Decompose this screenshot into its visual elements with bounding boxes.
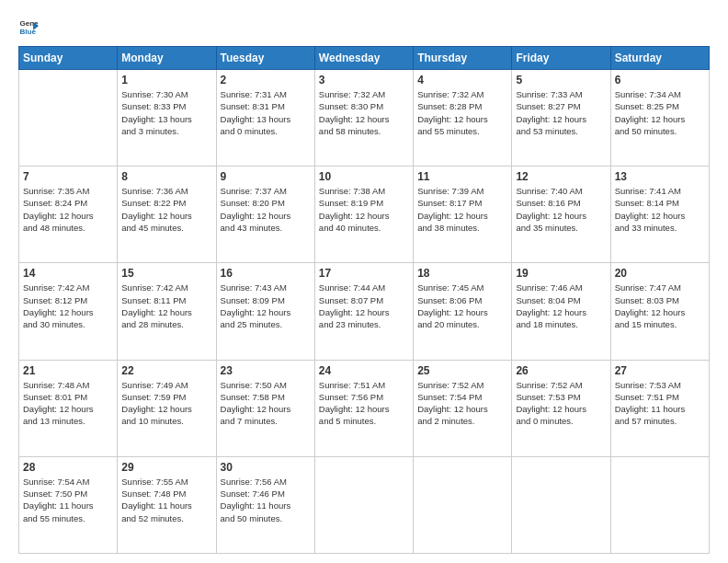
calendar-header-thursday: Thursday <box>414 47 512 70</box>
day-info: Sunrise: 7:32 AM Sunset: 8:28 PM Dayligh… <box>417 88 507 137</box>
day-info: Sunrise: 7:44 AM Sunset: 8:07 PM Dayligh… <box>319 282 409 330</box>
calendar-week-2: 7Sunrise: 7:35 AM Sunset: 8:24 PM Daylig… <box>19 167 710 263</box>
calendar-cell: 12Sunrise: 7:40 AM Sunset: 8:16 PM Dayli… <box>512 167 610 263</box>
day-number: 22 <box>121 364 211 377</box>
page-header: General Blue <box>18 17 710 37</box>
calendar-cell: 20Sunrise: 7:47 AM Sunset: 8:03 PM Dayli… <box>610 263 709 360</box>
day-number: 14 <box>23 267 113 280</box>
day-info: Sunrise: 7:45 AM Sunset: 8:06 PM Dayligh… <box>417 282 507 330</box>
day-number: 29 <box>121 461 211 474</box>
day-number: 5 <box>516 74 606 86</box>
day-info: Sunrise: 7:39 AM Sunset: 8:17 PM Dayligh… <box>417 185 507 234</box>
calendar-cell: 16Sunrise: 7:43 AM Sunset: 8:09 PM Dayli… <box>216 263 314 360</box>
day-info: Sunrise: 7:37 AM Sunset: 8:20 PM Dayligh… <box>221 185 311 234</box>
day-number: 10 <box>319 170 409 183</box>
calendar-cell <box>610 456 709 553</box>
day-info: Sunrise: 7:42 AM Sunset: 8:12 PM Dayligh… <box>23 282 113 330</box>
calendar-cell: 7Sunrise: 7:35 AM Sunset: 8:24 PM Daylig… <box>19 167 118 263</box>
day-number: 25 <box>417 364 507 377</box>
calendar-cell: 19Sunrise: 7:46 AM Sunset: 8:04 PM Dayli… <box>512 263 610 360</box>
day-number: 13 <box>615 170 705 183</box>
day-info: Sunrise: 7:40 AM Sunset: 8:16 PM Dayligh… <box>516 185 606 234</box>
day-info: Sunrise: 7:32 AM Sunset: 8:30 PM Dayligh… <box>319 88 409 137</box>
calendar-cell: 21Sunrise: 7:48 AM Sunset: 8:01 PM Dayli… <box>19 360 118 456</box>
calendar-cell: 10Sunrise: 7:38 AM Sunset: 8:19 PM Dayli… <box>314 167 413 263</box>
calendar-header-monday: Monday <box>118 47 216 70</box>
day-number: 1 <box>121 74 211 86</box>
generalblue-logo-icon: General Blue <box>18 17 39 37</box>
day-number: 12 <box>516 170 606 183</box>
day-info: Sunrise: 7:47 AM Sunset: 8:03 PM Dayligh… <box>615 282 705 330</box>
day-info: Sunrise: 7:51 AM Sunset: 7:56 PM Dayligh… <box>319 379 409 428</box>
day-info: Sunrise: 7:56 AM Sunset: 7:46 PM Dayligh… <box>221 476 311 524</box>
day-number: 26 <box>516 364 606 377</box>
calendar-cell: 4Sunrise: 7:32 AM Sunset: 8:28 PM Daylig… <box>414 70 512 167</box>
calendar-cell: 29Sunrise: 7:55 AM Sunset: 7:48 PM Dayli… <box>118 456 216 553</box>
day-number: 19 <box>516 267 606 280</box>
day-number: 4 <box>417 74 507 86</box>
calendar-table: SundayMondayTuesdayWednesdayThursdayFrid… <box>18 46 710 554</box>
day-number: 30 <box>221 461 311 474</box>
calendar-cell: 18Sunrise: 7:45 AM Sunset: 8:06 PM Dayli… <box>414 263 512 360</box>
calendar-week-5: 28Sunrise: 7:54 AM Sunset: 7:50 PM Dayli… <box>19 456 710 553</box>
calendar-cell: 25Sunrise: 7:52 AM Sunset: 7:54 PM Dayli… <box>414 360 512 456</box>
calendar-cell: 28Sunrise: 7:54 AM Sunset: 7:50 PM Dayli… <box>19 456 118 553</box>
day-number: 7 <box>23 170 113 183</box>
day-info: Sunrise: 7:53 AM Sunset: 7:51 PM Dayligh… <box>615 379 705 428</box>
day-number: 20 <box>615 267 705 280</box>
day-info: Sunrise: 7:41 AM Sunset: 8:14 PM Dayligh… <box>615 185 705 234</box>
calendar-header-tuesday: Tuesday <box>216 47 314 70</box>
calendar-header-saturday: Saturday <box>610 47 709 70</box>
day-number: 28 <box>23 461 113 474</box>
day-info: Sunrise: 7:35 AM Sunset: 8:24 PM Dayligh… <box>23 185 113 234</box>
calendar-cell: 9Sunrise: 7:37 AM Sunset: 8:20 PM Daylig… <box>216 167 314 263</box>
calendar-header-row: SundayMondayTuesdayWednesdayThursdayFrid… <box>19 47 710 70</box>
day-number: 11 <box>417 170 507 183</box>
day-number: 23 <box>221 364 311 377</box>
calendar-cell: 24Sunrise: 7:51 AM Sunset: 7:56 PM Dayli… <box>314 360 413 456</box>
day-info: Sunrise: 7:54 AM Sunset: 7:50 PM Dayligh… <box>23 476 113 524</box>
calendar-cell: 2Sunrise: 7:31 AM Sunset: 8:31 PM Daylig… <box>216 70 314 167</box>
calendar-cell: 8Sunrise: 7:36 AM Sunset: 8:22 PM Daylig… <box>118 167 216 263</box>
day-info: Sunrise: 7:55 AM Sunset: 7:48 PM Dayligh… <box>121 476 211 524</box>
day-number: 24 <box>319 364 409 377</box>
logo: General Blue <box>18 17 39 37</box>
day-info: Sunrise: 7:34 AM Sunset: 8:25 PM Dayligh… <box>615 88 705 137</box>
day-number: 6 <box>615 74 705 86</box>
calendar-cell <box>314 456 413 553</box>
day-info: Sunrise: 7:52 AM Sunset: 7:53 PM Dayligh… <box>516 379 606 428</box>
day-number: 9 <box>221 170 311 183</box>
calendar-cell: 3Sunrise: 7:32 AM Sunset: 8:30 PM Daylig… <box>314 70 413 167</box>
day-info: Sunrise: 7:49 AM Sunset: 7:59 PM Dayligh… <box>121 379 211 428</box>
day-info: Sunrise: 7:36 AM Sunset: 8:22 PM Dayligh… <box>121 185 211 234</box>
day-info: Sunrise: 7:48 AM Sunset: 8:01 PM Dayligh… <box>23 379 113 428</box>
calendar-cell <box>512 456 610 553</box>
calendar-cell: 15Sunrise: 7:42 AM Sunset: 8:11 PM Dayli… <box>118 263 216 360</box>
day-number: 15 <box>121 267 211 280</box>
day-info: Sunrise: 7:42 AM Sunset: 8:11 PM Dayligh… <box>121 282 211 330</box>
calendar-cell: 27Sunrise: 7:53 AM Sunset: 7:51 PM Dayli… <box>610 360 709 456</box>
calendar-cell: 13Sunrise: 7:41 AM Sunset: 8:14 PM Dayli… <box>610 167 709 263</box>
day-number: 8 <box>121 170 211 183</box>
calendar-cell: 22Sunrise: 7:49 AM Sunset: 7:59 PM Dayli… <box>118 360 216 456</box>
calendar-header-wednesday: Wednesday <box>314 47 413 70</box>
calendar-header-sunday: Sunday <box>19 47 118 70</box>
calendar-week-4: 21Sunrise: 7:48 AM Sunset: 8:01 PM Dayli… <box>19 360 710 456</box>
calendar-cell: 17Sunrise: 7:44 AM Sunset: 8:07 PM Dayli… <box>314 263 413 360</box>
calendar-cell: 6Sunrise: 7:34 AM Sunset: 8:25 PM Daylig… <box>610 70 709 167</box>
calendar-cell: 30Sunrise: 7:56 AM Sunset: 7:46 PM Dayli… <box>216 456 314 553</box>
day-info: Sunrise: 7:43 AM Sunset: 8:09 PM Dayligh… <box>221 282 311 330</box>
day-info: Sunrise: 7:38 AM Sunset: 8:19 PM Dayligh… <box>319 185 409 234</box>
calendar-week-3: 14Sunrise: 7:42 AM Sunset: 8:12 PM Dayli… <box>19 263 710 360</box>
day-number: 16 <box>221 267 311 280</box>
day-info: Sunrise: 7:30 AM Sunset: 8:33 PM Dayligh… <box>121 88 211 137</box>
day-info: Sunrise: 7:52 AM Sunset: 7:54 PM Dayligh… <box>417 379 507 428</box>
calendar-cell: 1Sunrise: 7:30 AM Sunset: 8:33 PM Daylig… <box>118 70 216 167</box>
day-number: 3 <box>319 74 409 86</box>
calendar-week-1: 1Sunrise: 7:30 AM Sunset: 8:33 PM Daylig… <box>19 70 710 167</box>
calendar-cell <box>19 70 118 167</box>
calendar-cell: 26Sunrise: 7:52 AM Sunset: 7:53 PM Dayli… <box>512 360 610 456</box>
day-info: Sunrise: 7:50 AM Sunset: 7:58 PM Dayligh… <box>221 379 311 428</box>
calendar-cell <box>414 456 512 553</box>
calendar-cell: 14Sunrise: 7:42 AM Sunset: 8:12 PM Dayli… <box>19 263 118 360</box>
